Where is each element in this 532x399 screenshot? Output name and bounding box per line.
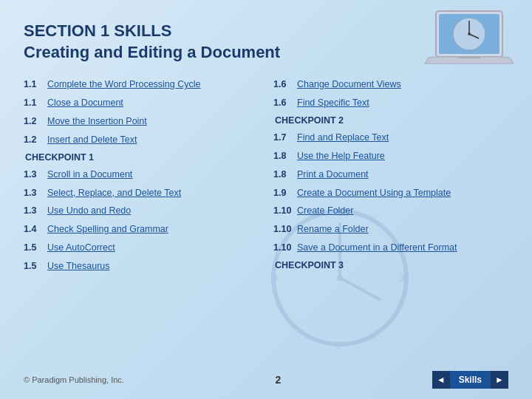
list-item: 1.1Complete the Word Processing Cycle bbox=[24, 76, 259, 93]
item-label[interactable]: Check Spelling and Grammar bbox=[47, 223, 168, 236]
item-number: 1.3 bbox=[24, 205, 44, 217]
item-label[interactable]: Scroll in a Document bbox=[47, 168, 132, 181]
nav-controls[interactable]: ◄ Skills ► bbox=[432, 371, 508, 389]
item-number: 1.8 bbox=[273, 168, 294, 181]
item-number: 1.10 bbox=[273, 223, 294, 236]
item-number: 1.2 bbox=[24, 134, 44, 146]
svg-line-10 bbox=[340, 278, 381, 300]
item-label[interactable]: Complete the Word Processing Cycle bbox=[47, 78, 201, 91]
item-label[interactable]: Create a Document Using a Template bbox=[297, 187, 451, 200]
copyright-text: © Paradigm Publishing, Inc. bbox=[24, 375, 124, 384]
item-number: 1.4 bbox=[24, 223, 44, 236]
skills-content: 1.1Complete the Word Processing Cycle1.1… bbox=[24, 76, 508, 275]
svg-rect-6 bbox=[458, 57, 480, 58]
list-item: 1.8Print a Document bbox=[273, 166, 508, 183]
list-item: 1.2Insert and Delete Text bbox=[24, 132, 259, 149]
list-item: 1.3Use Undo and Redo bbox=[24, 202, 259, 219]
title-line2: Creating and Editing a Document bbox=[24, 43, 280, 61]
list-item: 1.3Scroll in a Document bbox=[24, 166, 259, 183]
item-label[interactable]: Print a Document bbox=[297, 168, 369, 181]
list-item: 1.2Move the Insertion Point bbox=[24, 113, 259, 130]
right-column: 1.6Change Document Views1.6Find Specific… bbox=[266, 76, 508, 275]
left-column: 1.1Complete the Word Processing Cycle1.1… bbox=[24, 76, 266, 275]
svg-text:6: 6 bbox=[335, 339, 341, 351]
laptop-image bbox=[421, 7, 517, 81]
item-number: 1.10 bbox=[273, 242, 294, 254]
item-number: 1.2 bbox=[24, 115, 44, 128]
item-label[interactable]: Use the Help Feature bbox=[297, 150, 385, 163]
list-item: 1.4Check Spelling and Grammar bbox=[24, 221, 259, 238]
svg-point-8 bbox=[337, 275, 343, 281]
list-item: 1.10Save a Document in a Different Forma… bbox=[273, 239, 508, 256]
item-label[interactable]: Use AutoCorrect bbox=[47, 242, 115, 254]
list-item: 1.5Use Thesaurus bbox=[24, 258, 259, 275]
item-number: 1.6 bbox=[273, 97, 294, 109]
item-number: 1.10 bbox=[273, 205, 294, 217]
item-label[interactable]: Insert and Delete Text bbox=[47, 134, 137, 146]
nav-prev-button[interactable]: ◄ bbox=[432, 371, 450, 389]
item-label[interactable]: Find Specific Text bbox=[297, 97, 369, 109]
page-container: 12 3 6 9 SECTION 1 SKILLS Creating and E… bbox=[0, 0, 532, 399]
item-label[interactable]: Close a Document bbox=[47, 97, 123, 109]
page-number: 2 bbox=[275, 374, 281, 386]
list-item: 1.9Create a Document Using a Template bbox=[273, 185, 508, 202]
item-number: 1.1 bbox=[24, 78, 44, 91]
item-number: 1.7 bbox=[273, 132, 294, 144]
list-item: 1.10Create Folder bbox=[273, 202, 508, 219]
skills-label: Skills bbox=[450, 371, 491, 389]
list-item: 1.6Find Specific Text bbox=[273, 95, 508, 112]
checkpoint-right-10: CHECKPOINT 3 bbox=[275, 258, 508, 273]
item-label[interactable]: Create Folder bbox=[297, 205, 353, 217]
list-item: 1.3Select, Replace, and Delete Text bbox=[24, 185, 259, 202]
item-label[interactable]: Rename a Folder bbox=[297, 223, 369, 236]
item-number: 1.3 bbox=[24, 168, 44, 181]
item-label[interactable]: Find and Replace Text bbox=[297, 132, 389, 144]
item-number: 1.3 bbox=[24, 187, 44, 200]
list-item: 1.8Use the Help Feature bbox=[273, 148, 508, 165]
footer: © Paradigm Publishing, Inc. 2 ◄ Skills ► bbox=[0, 371, 532, 389]
list-item: 1.1Close a Document bbox=[24, 95, 259, 112]
checkpoint-left-4: CHECKPOINT 1 bbox=[25, 150, 259, 165]
item-number: 1.1 bbox=[24, 97, 44, 109]
item-label[interactable]: Change Document Views bbox=[297, 78, 401, 91]
item-number: 1.5 bbox=[24, 242, 44, 254]
checkpoint-right-2: CHECKPOINT 2 bbox=[275, 113, 508, 128]
list-item: 1.7Find and Replace Text bbox=[273, 129, 508, 146]
list-item: 1.5Use AutoCorrect bbox=[24, 239, 259, 256]
item-label[interactable]: Use Thesaurus bbox=[47, 260, 110, 273]
title-line1: SECTION 1 SKILLS bbox=[24, 21, 171, 40]
item-label[interactable]: Select, Replace, and Delete Text bbox=[47, 187, 181, 200]
item-label[interactable]: Save a Document in a Different Format bbox=[297, 242, 457, 254]
item-number: 1.6 bbox=[273, 78, 294, 91]
list-item: 1.10Rename a Folder bbox=[273, 221, 508, 238]
nav-next-button[interactable]: ► bbox=[491, 371, 508, 389]
item-label[interactable]: Move the Insertion Point bbox=[47, 115, 147, 128]
item-label[interactable]: Use Undo and Redo bbox=[47, 205, 131, 217]
item-number: 1.5 bbox=[24, 260, 44, 273]
item-number: 1.9 bbox=[273, 187, 294, 200]
item-number: 1.8 bbox=[273, 150, 294, 163]
